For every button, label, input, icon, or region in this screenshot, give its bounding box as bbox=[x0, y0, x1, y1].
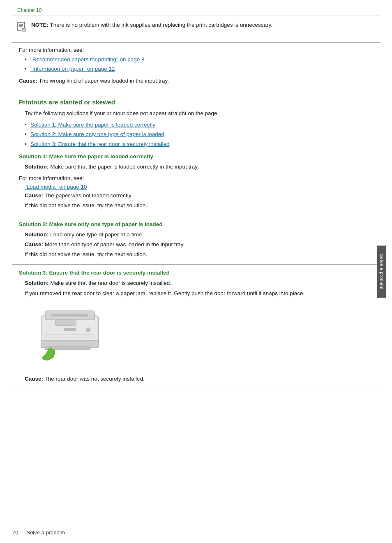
solution2-cause-text: More than one type of paper was loaded i… bbox=[43, 241, 184, 247]
list-item: "Information on paper" on page 12 bbox=[25, 65, 373, 73]
svg-rect-8 bbox=[51, 314, 88, 317]
intro-text: Try the following solutions if your prin… bbox=[25, 109, 373, 118]
load-media-link[interactable]: "Load media" on page 10 bbox=[25, 184, 87, 190]
main-section-heading: Printouts are slanted or skewed bbox=[19, 99, 373, 106]
svg-rect-10 bbox=[64, 328, 76, 331]
information-on-paper-link[interactable]: "Information on paper" on page 12 bbox=[30, 66, 115, 72]
note-icon: ✎ bbox=[16, 21, 27, 34]
side-tab: Solve a problem bbox=[377, 245, 386, 298]
footer-section-label: Solve a problem bbox=[26, 529, 65, 536]
solution2-if-not-solved: If this did not solve the issue, try the… bbox=[25, 250, 373, 259]
list-item: Solution 3: Ensure that the rear door is… bbox=[25, 140, 373, 148]
solution2-link[interactable]: Solution 2: Make sure only one type of p… bbox=[30, 131, 164, 137]
note-text: NOTE: There is no problem with the ink s… bbox=[31, 21, 272, 29]
svg-text:✎: ✎ bbox=[23, 29, 25, 31]
chapter-label: Chapter 10 bbox=[0, 0, 392, 16]
solution1-if-not-solved: If this did not solve the issue, try the… bbox=[25, 201, 373, 210]
section-divider-2 bbox=[12, 216, 380, 216]
page-container: Chapter 10 ✎ NOTE: There is no problem w… bbox=[0, 0, 392, 543]
solution3-bold: Solution: bbox=[25, 280, 48, 286]
solution2-cause-bold: Cause: bbox=[25, 241, 43, 247]
printer-illustration bbox=[25, 303, 115, 369]
solution1-body: Make sure that the paper is loaded corre… bbox=[48, 164, 198, 170]
solution1-cause-bold: Cause: bbox=[25, 192, 43, 199]
section-divider-1 bbox=[12, 91, 380, 91]
solution3-cause-bold: Cause: bbox=[25, 376, 43, 382]
recommended-papers-link[interactable]: "Recommended papers for printing" on pag… bbox=[30, 56, 145, 62]
solution1-text: Solution: Make sure that the paper is lo… bbox=[25, 163, 373, 171]
top-bullet-list: "Recommended papers for printing" on pag… bbox=[25, 55, 373, 74]
solution2-cause: Cause: More than one type of paper was l… bbox=[25, 240, 373, 249]
solution1-heading: Solution 1: Make sure the paper is loade… bbox=[19, 153, 373, 159]
solution3-cause: Cause: The rear door was not securely in… bbox=[25, 375, 373, 383]
page-footer: 70 Solve a problem bbox=[12, 529, 65, 536]
solution2-heading: Solution 2: Make sure only one type of p… bbox=[19, 221, 373, 227]
note-body: There is no problem with the ink supplie… bbox=[48, 22, 272, 28]
note-bottom-divider bbox=[12, 42, 380, 43]
solution1-link[interactable]: Solution 1: Make sure the paper is loade… bbox=[30, 122, 155, 128]
printer-illustration-container bbox=[25, 303, 115, 369]
solution1-bold: Solution: bbox=[25, 164, 48, 170]
solution3-text: Solution: Make sure that the rear door i… bbox=[25, 279, 373, 287]
section-divider-3 bbox=[12, 264, 380, 265]
for-more-info-label: For more information, see: bbox=[19, 47, 373, 53]
page-number: 70 bbox=[12, 529, 18, 536]
solution2-body: Load only one type of paper at a time. bbox=[48, 231, 143, 238]
solution3-cause-text: The rear door was not securely installed… bbox=[43, 376, 145, 382]
solution1-for-more-info: For more information, see: bbox=[19, 175, 373, 181]
solution1-cause-text: The paper was not loaded correctly. bbox=[43, 192, 132, 199]
final-divider bbox=[12, 390, 380, 390]
solution2-text: Solution: Load only one type of paper at… bbox=[25, 231, 373, 239]
solution1-cause: Cause: The paper was not loaded correctl… bbox=[25, 192, 373, 200]
svg-point-12 bbox=[88, 329, 89, 330]
list-item: Solution 2: Make sure only one type of p… bbox=[25, 130, 373, 139]
solution3-body: Make sure that the rear door is securely… bbox=[48, 280, 171, 286]
solution3-body-text: If you removed the rear door to clear a … bbox=[25, 289, 373, 298]
list-item: "Recommended papers for printing" on pag… bbox=[25, 55, 373, 64]
note-box: ✎ NOTE: There is no problem with the ink… bbox=[12, 16, 380, 39]
cause-top: Cause: The wrong kind of paper was loade… bbox=[19, 77, 373, 85]
note-bold: NOTE: bbox=[31, 22, 48, 28]
svg-rect-16 bbox=[55, 320, 76, 326]
cause-bold: Cause: bbox=[19, 78, 37, 84]
cause-text: The wrong kind of paper was loaded in th… bbox=[37, 78, 169, 84]
solution1-link-line: "Load media" on page 10 bbox=[25, 184, 373, 190]
solution3-heading: Solution 3: Ensure that the rear door is… bbox=[19, 270, 373, 276]
solution2-bold: Solution: bbox=[25, 231, 48, 238]
list-item: Solution 1: Make sure the paper is loade… bbox=[25, 121, 373, 129]
solution-links-list: Solution 1: Make sure the paper is loade… bbox=[25, 121, 373, 148]
solution3-link[interactable]: Solution 3: Ensure that the rear door is… bbox=[30, 141, 169, 147]
